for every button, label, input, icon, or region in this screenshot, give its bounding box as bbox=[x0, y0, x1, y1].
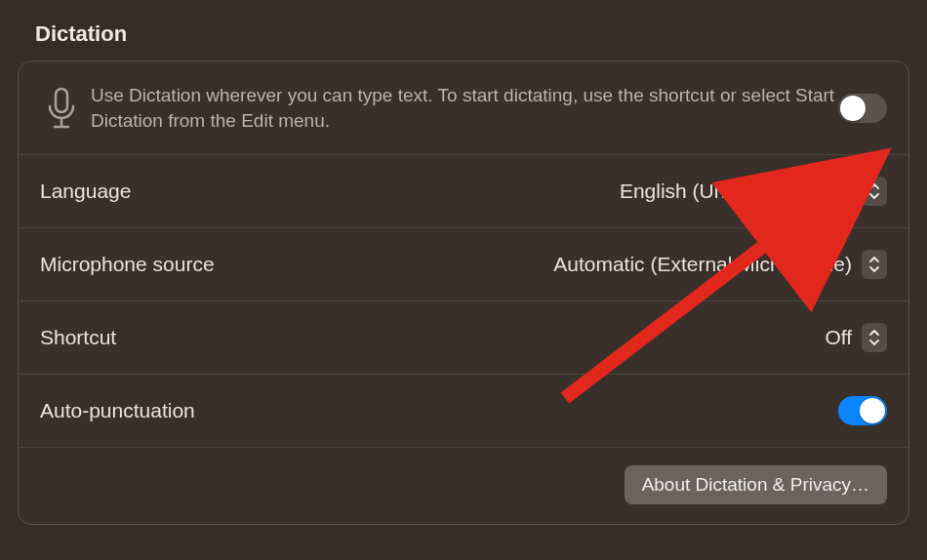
chevron-up-down-icon bbox=[868, 328, 880, 347]
language-row[interactable]: Language English (United Kingdom) bbox=[19, 155, 908, 228]
shortcut-stepper[interactable] bbox=[862, 323, 887, 352]
dictation-toggle[interactable] bbox=[838, 94, 887, 123]
auto-punctuation-row: Auto-punctuation bbox=[19, 375, 908, 448]
language-value: English (United Kingdom) bbox=[620, 180, 852, 203]
chevron-up-down-icon bbox=[868, 181, 880, 201]
about-dictation-privacy-button[interactable]: About Dictation & Privacy… bbox=[625, 465, 887, 504]
dictation-panel: Use Dictation wherever you can type text… bbox=[18, 60, 909, 525]
section-title: Dictation bbox=[35, 21, 909, 47]
shortcut-value: Off bbox=[825, 326, 852, 349]
microphone-source-value: Automatic (External Microphone) bbox=[553, 253, 852, 276]
microphone-source-stepper[interactable] bbox=[862, 250, 887, 279]
auto-punctuation-toggle[interactable] bbox=[838, 396, 887, 425]
panel-footer: About Dictation & Privacy… bbox=[19, 448, 908, 524]
shortcut-row[interactable]: Shortcut Off bbox=[19, 301, 908, 375]
auto-punctuation-label: Auto-punctuation bbox=[40, 399, 838, 422]
shortcut-label: Shortcut bbox=[40, 326, 825, 349]
microphone-source-label: Microphone source bbox=[40, 253, 553, 276]
language-label: Language bbox=[40, 180, 620, 203]
svg-rect-0 bbox=[56, 89, 67, 112]
dictation-intro-text: Use Dictation wherever you can type text… bbox=[91, 83, 838, 133]
chevron-up-down-icon bbox=[868, 255, 880, 274]
microphone-icon bbox=[40, 87, 83, 130]
dictation-intro-row: Use Dictation wherever you can type text… bbox=[19, 61, 908, 155]
microphone-source-row[interactable]: Microphone source Automatic (External Mi… bbox=[19, 228, 908, 301]
language-stepper[interactable] bbox=[862, 177, 887, 206]
